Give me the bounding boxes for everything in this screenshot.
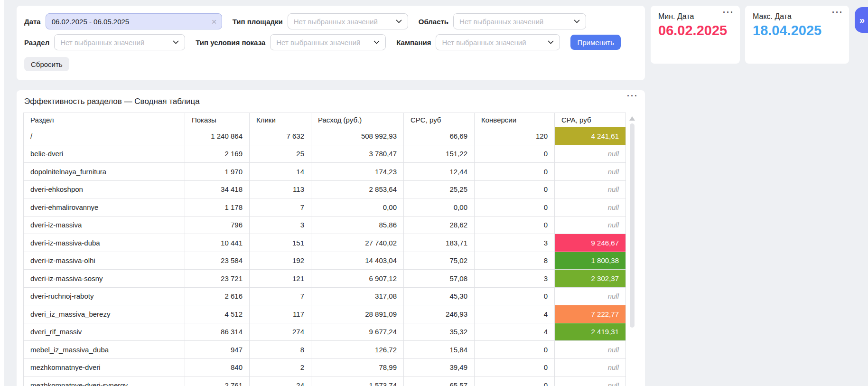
cell-impressions: 34 418	[185, 180, 250, 198]
cell-section: mezhkomnatnye-dveri	[24, 358, 185, 377]
table-row[interactable]: dveri_rif_massiv86 3142749 677,2435,3242…	[24, 323, 626, 341]
card-menu-icon[interactable]: ···	[723, 8, 734, 18]
table-row[interactable]: dveri-iz-massiva-olhi23 58419214 403,047…	[24, 252, 626, 270]
table-row[interactable]: mezhkomnatnye-dveri-synergy2 761241 573,…	[24, 377, 626, 386]
cell-impressions: 86 314	[185, 323, 250, 341]
cell-conversions: 0	[475, 341, 555, 359]
table-row[interactable]: dopolnitelnaya_furnitura1 97014174,2312,…	[24, 163, 626, 181]
chevron-double-right-icon: »	[859, 15, 865, 26]
platform-type-placeholder: Нет выбранных значений	[294, 18, 378, 26]
col-header-clicks[interactable]: Клики	[250, 113, 311, 127]
min-date-value: 06.02.2025	[658, 23, 732, 38]
cell-cpc: 151,22	[404, 145, 475, 163]
cell-cost: 28 891,09	[311, 305, 404, 323]
table-row[interactable]: dveri-ehkoshpon34 4181132 853,6425,250nu…	[24, 180, 626, 198]
cell-conversions: 0	[475, 198, 555, 217]
cell-conversions: 4	[475, 305, 555, 323]
cell-cpa: null	[555, 341, 626, 359]
section-select[interactable]: Нет выбранных значений	[54, 34, 185, 50]
apply-button[interactable]: Применить	[570, 35, 621, 50]
cell-cpa: null	[555, 377, 626, 386]
impression-condition-select[interactable]: Нет выбранных значений	[270, 34, 386, 50]
table-row[interactable]: dveri-ehmalirovannye1 17870,000,000null	[24, 198, 626, 217]
table-row[interactable]: dveri_iz_massiva_berezy4 51211728 891,09…	[24, 305, 626, 323]
collapsed-left-panel	[0, 0, 4, 386]
cell-impressions: 4 512	[185, 305, 250, 323]
campaign-placeholder: Нет выбранных значений	[442, 38, 526, 47]
cell-cpa: null	[555, 180, 626, 198]
cell-impressions: 23 721	[185, 270, 250, 288]
table-row[interactable]: dveri-iz-massiva-duba10 44115127 740,021…	[24, 234, 626, 252]
cell-clicks: 151	[250, 234, 311, 252]
col-header-cpc[interactable]: CPC, руб	[404, 113, 475, 127]
cell-cpa: 1 800,38	[555, 252, 626, 270]
reset-button[interactable]: Сбросить	[24, 57, 69, 71]
cell-clicks: 3	[250, 216, 311, 234]
cell-impressions: 1 178	[185, 198, 250, 217]
cell-conversions: 8	[475, 252, 555, 270]
cell-clicks: 274	[250, 323, 311, 341]
scrollbar-thumb[interactable]	[630, 123, 635, 328]
region-select[interactable]: Нет выбранных значений	[453, 13, 586, 29]
cell-impressions: 1 240 864	[185, 127, 250, 145]
table-row[interactable]: dveri-iz-massiva-sosny23 7211216 907,125…	[24, 270, 626, 288]
card-menu-icon[interactable]: ···	[832, 8, 843, 18]
cell-cost: 9 677,24	[311, 323, 404, 341]
cell-impressions: 2 616	[185, 287, 250, 305]
chevron-down-icon	[373, 40, 380, 44]
chevron-down-icon	[574, 19, 580, 23]
cell-cpc: 246,93	[404, 305, 475, 323]
cell-impressions: 2 761	[185, 377, 250, 386]
table-header-row: Раздел Показы Клики Расход (руб.) CPC, р…	[24, 113, 626, 127]
date-filter-label: Дата	[24, 18, 41, 26]
cell-impressions: 947	[185, 341, 250, 359]
table-row[interactable]: mebel_iz_massiva_duba9478126,7215,840nul…	[24, 341, 626, 359]
section-placeholder: Нет выбранных значений	[60, 38, 144, 47]
cell-section: dveri-iz-massiva-sosny	[24, 270, 185, 288]
filter-row-3: Сбросить	[24, 55, 637, 71]
cell-clicks: 24	[250, 377, 311, 386]
region-placeholder: Нет выбранных значений	[459, 18, 543, 26]
cell-cost: 317,08	[311, 287, 404, 305]
col-header-conversions[interactable]: Конверсии	[475, 113, 555, 127]
cell-conversions: 3	[475, 270, 555, 288]
cell-section: dveri-ehmalirovannye	[24, 198, 185, 217]
expand-panel-button[interactable]: »	[855, 7, 868, 33]
platform-type-select[interactable]: Нет выбранных значений	[288, 13, 408, 29]
campaign-filter: Кампания Нет выбранных значений	[396, 34, 560, 50]
widget-menu-icon[interactable]: ···	[627, 91, 638, 101]
table-scrollbar	[629, 113, 635, 386]
table-row[interactable]: dveri-ruchnoj-raboty2 6167317,0845,300nu…	[24, 287, 626, 305]
cell-cpa: 4 241,61	[555, 127, 626, 145]
cell-conversions: 3	[475, 234, 555, 252]
table-row[interactable]: dveri-iz-massiva796385,8628,620null	[24, 216, 626, 234]
col-header-impressions[interactable]: Показы	[185, 113, 250, 127]
cell-cpc: 183,71	[404, 234, 475, 252]
cell-conversions: 120	[475, 127, 555, 145]
cell-impressions: 10 441	[185, 234, 250, 252]
table-row[interactable]: /1 240 8647 632508 992,9366,691204 241,6…	[24, 127, 626, 145]
cell-cpa: null	[555, 145, 626, 163]
cell-clicks: 8	[250, 341, 311, 359]
date-range-input[interactable]: 06.02.2025 - 06.05.2025 ×	[46, 13, 222, 29]
scroll-up-icon[interactable]	[629, 116, 635, 121]
campaign-select[interactable]: Нет выбранных значений	[436, 34, 560, 50]
date-range-value: 06.02.2025 - 06.05.2025	[52, 18, 129, 26]
max-date-label: Макс. Дата	[753, 12, 841, 21]
cell-impressions: 840	[185, 358, 250, 377]
cell-cpa: 7 222,77	[555, 305, 626, 323]
cell-section: belie-dveri	[24, 145, 185, 163]
cell-section: dveri_rif_massiv	[24, 323, 185, 341]
summary-table: Раздел Показы Клики Расход (руб.) CPC, р…	[23, 113, 626, 386]
table-row[interactable]: belie-dveri2 169253 780,47151,220null	[24, 145, 626, 163]
table-row[interactable]: mezhkomnatnye-dveri840278,9939,490null	[24, 358, 626, 377]
cell-clicks: 113	[250, 180, 311, 198]
cell-cost: 85,86	[311, 216, 404, 234]
col-header-section[interactable]: Раздел	[24, 113, 185, 127]
col-header-cpa[interactable]: CPA, руб	[555, 113, 626, 127]
impression-condition-label: Тип условия показа	[196, 38, 265, 47]
cell-cpa: null	[555, 163, 626, 181]
cell-conversions: 0	[475, 377, 555, 386]
clear-icon[interactable]: ×	[212, 17, 217, 26]
col-header-cost[interactable]: Расход (руб.)	[311, 113, 404, 127]
